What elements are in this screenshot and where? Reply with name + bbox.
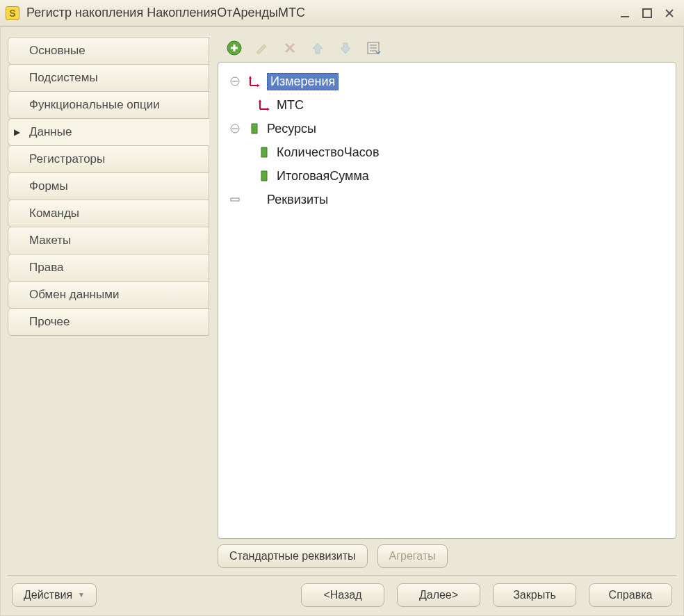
move-up-button[interactable] bbox=[308, 38, 327, 58]
footer: Действия ▼ <Назад Далее> Закрыть Справка bbox=[8, 575, 676, 608]
collapse-icon[interactable] bbox=[228, 122, 242, 136]
back-button[interactable]: <Назад bbox=[301, 583, 384, 607]
close-icon bbox=[664, 8, 675, 19]
sidebar-item-subsystems[interactable]: Подсистемы bbox=[8, 64, 209, 92]
window-body: Основные Подсистемы Функциональные опции… bbox=[0, 26, 684, 616]
add-button[interactable] bbox=[225, 38, 244, 58]
sidebar-item-label: Прочее bbox=[29, 315, 70, 329]
maximize-button[interactable] bbox=[638, 6, 656, 21]
minimize-icon bbox=[619, 8, 630, 19]
svg-rect-6 bbox=[234, 44, 236, 51]
sidebar-item-data-exchange[interactable]: Обмен данными bbox=[8, 281, 209, 309]
sidebar-item-label: Функциональные опции bbox=[29, 98, 160, 112]
svg-marker-17 bbox=[249, 76, 252, 79]
dimension-icon bbox=[247, 74, 261, 88]
sidebar: Основные Подсистемы Функциональные опции… bbox=[8, 34, 209, 568]
aggregates-button[interactable]: Агрегаты bbox=[377, 544, 448, 568]
attribute-icon bbox=[247, 193, 261, 206]
tree-node-label: КоличествоЧасов bbox=[277, 145, 379, 160]
help-button[interactable]: Справка bbox=[589, 583, 672, 607]
button-label: <Назад bbox=[323, 589, 361, 601]
move-down-button[interactable] bbox=[336, 38, 355, 58]
arrow-up-icon bbox=[310, 40, 325, 56]
tree-node-label: Реквизиты bbox=[267, 193, 328, 207]
sidebar-item-label: Команды bbox=[29, 206, 79, 220]
svg-rect-0 bbox=[621, 16, 629, 17]
sidebar-item-label: Основные bbox=[29, 44, 86, 58]
resource-icon bbox=[257, 145, 271, 159]
actions-button[interactable]: Действия ▼ bbox=[12, 583, 97, 607]
collapse-icon[interactable] bbox=[228, 74, 242, 88]
button-label: Агрегаты bbox=[389, 550, 436, 562]
sidebar-item-other[interactable]: Прочее bbox=[8, 308, 209, 336]
tree-group-dimensions[interactable]: Измерения bbox=[224, 70, 670, 93]
next-button[interactable]: Далее> bbox=[397, 583, 480, 607]
sidebar-item-label: Подсистемы bbox=[29, 71, 98, 85]
tree-item-hours[interactable]: КоличествоЧасов bbox=[224, 140, 670, 164]
sidebar-item-label: Обмен данными bbox=[29, 288, 119, 302]
empty-icon bbox=[228, 193, 242, 206]
tree-node-label: Измерения bbox=[267, 73, 339, 90]
sidebar-item-label: Формы bbox=[29, 179, 68, 193]
button-label: Действия bbox=[24, 589, 72, 601]
maximize-icon bbox=[642, 8, 653, 19]
app-icon: S bbox=[6, 6, 19, 20]
sidebar-item-label: Данные bbox=[29, 125, 72, 139]
standard-attributes-button[interactable]: Стандартные реквизиты bbox=[218, 544, 368, 568]
delete-button[interactable] bbox=[280, 38, 300, 58]
button-label: Стандартные реквизиты bbox=[229, 550, 356, 562]
tree-node-label: ИтоговаяСумма bbox=[277, 169, 369, 184]
toolbar bbox=[218, 34, 676, 62]
titlebar: S Регистр накопления НакопленияОтАрендыМ… bbox=[0, 0, 684, 26]
sidebar-item-functional-options[interactable]: Функциональные опции bbox=[8, 91, 209, 119]
sidebar-item-label: Регистраторы bbox=[29, 152, 105, 166]
svg-marker-18 bbox=[257, 84, 260, 87]
tree-panel[interactable]: Измерения МТС Ресурсы КоличествоЧасов bbox=[218, 62, 676, 539]
upper-area: Основные Подсистемы Функциональные опции… bbox=[8, 34, 676, 568]
button-label: Справка bbox=[609, 589, 653, 601]
sidebar-item-label: Макеты bbox=[29, 234, 71, 248]
chevron-down-icon: ▼ bbox=[78, 591, 85, 599]
svg-marker-21 bbox=[259, 99, 261, 102]
sidebar-item-label: Права bbox=[29, 261, 63, 275]
svg-rect-25 bbox=[231, 198, 239, 201]
content-area: Измерения МТС Ресурсы КоличествоЧасов bbox=[218, 34, 676, 568]
resource-icon bbox=[257, 169, 271, 183]
delete-icon bbox=[283, 41, 297, 55]
below-tree-buttons: Стандартные реквизиты Агрегаты bbox=[218, 544, 676, 568]
tree-group-resources[interactable]: Ресурсы bbox=[224, 117, 670, 140]
sidebar-item-commands[interactable]: Команды bbox=[8, 200, 209, 227]
button-label: Далее> bbox=[419, 589, 458, 601]
arrow-down-icon bbox=[338, 40, 353, 56]
tree-group-attributes[interactable]: Реквизиты bbox=[224, 188, 670, 211]
tree-item-total-sum[interactable]: ИтоговаяСумма bbox=[224, 164, 670, 188]
tree-node-label: Ресурсы bbox=[267, 122, 316, 136]
sidebar-item-forms[interactable]: Формы bbox=[8, 172, 209, 200]
sort-button[interactable] bbox=[364, 38, 383, 58]
tree-item-mtc[interactable]: МТС bbox=[224, 93, 670, 117]
window-title: Регистр накопления НакопленияОтАрендыМТС bbox=[26, 6, 612, 20]
minimize-button[interactable] bbox=[616, 6, 634, 21]
sidebar-item-templates[interactable]: Макеты bbox=[8, 227, 209, 254]
svg-marker-22 bbox=[267, 108, 270, 111]
sidebar-item-data[interactable]: Данные bbox=[8, 118, 209, 146]
pencil-icon bbox=[254, 40, 270, 56]
sidebar-item-rights[interactable]: Права bbox=[8, 254, 209, 282]
edit-button[interactable] bbox=[252, 38, 272, 58]
sidebar-item-main[interactable]: Основные bbox=[8, 37, 209, 65]
sidebar-item-registrators[interactable]: Регистраторы bbox=[8, 145, 209, 173]
list-icon bbox=[366, 40, 381, 56]
close-button[interactable] bbox=[660, 6, 678, 21]
svg-rect-1 bbox=[643, 9, 651, 17]
button-label: Закрыть bbox=[513, 589, 556, 601]
close-button-footer[interactable]: Закрыть bbox=[493, 583, 576, 607]
resource-icon bbox=[247, 122, 261, 136]
tree-node-label: МТС bbox=[277, 98, 304, 113]
add-icon bbox=[226, 40, 243, 56]
dimension-icon bbox=[257, 98, 271, 112]
